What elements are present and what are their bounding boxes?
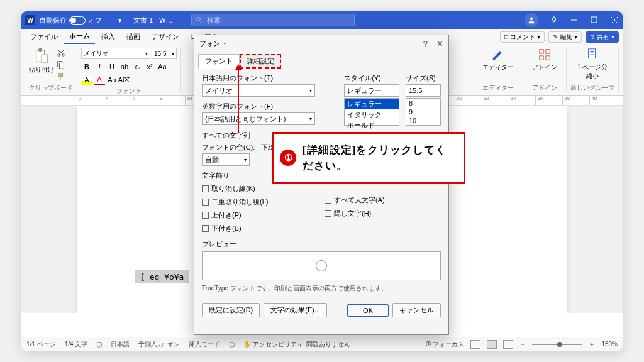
account-icon[interactable] <box>525 13 538 27</box>
preview-section: プレビュー TrueType フォントです。印刷と画面表示の両方で使用されます。 <box>202 239 441 293</box>
autosave-toggle[interactable] <box>69 16 86 25</box>
search-placeholder: 検索 <box>207 16 221 25</box>
status-focus[interactable]: ⦿ フォーカス <box>425 340 465 349</box>
font-color-select[interactable]: 自動▾ <box>202 153 250 166</box>
copy-icon[interactable] <box>57 60 65 70</box>
maximize-button[interactable] <box>590 16 599 25</box>
paste-button[interactable]: 貼り付け <box>29 48 54 82</box>
menu-home[interactable]: ホーム <box>64 30 95 44</box>
list-item[interactable]: 8 <box>406 99 440 107</box>
autosave-state: オフ <box>88 16 102 25</box>
set-default-button[interactable]: 既定に設定(D) <box>202 303 260 317</box>
list-item[interactable]: 10 <box>406 116 440 125</box>
sub-button[interactable]: x₂ <box>131 61 143 72</box>
bold-button[interactable]: B <box>81 61 92 72</box>
font-size-select[interactable]: 15.5▾ <box>152 48 177 59</box>
cut-icon[interactable] <box>57 48 65 58</box>
zoom-in[interactable]: ＋ <box>589 340 595 349</box>
dstrike-check[interactable]: 二重取り消し線(L) <box>202 197 318 207</box>
addin-button[interactable]: アドイン <box>527 48 562 72</box>
en-font-select[interactable]: (日本語用と同じフォント)▾ <box>202 112 315 125</box>
char-shading-button[interactable]: Aa <box>106 74 118 85</box>
qat-more[interactable]: ▾ <box>118 16 122 25</box>
style-list[interactable]: レギュラー イタリック ボールド <box>344 98 399 126</box>
font-color-button[interactable]: A <box>94 74 105 85</box>
help-icon[interactable] <box>550 15 558 25</box>
jp-font-select[interactable]: メイリオ▾ <box>202 84 315 97</box>
menu-design[interactable]: デザイン <box>147 30 184 43</box>
zoom-value[interactable]: 150% <box>601 341 618 348</box>
clipboard-group: 貼り付け クリップボード <box>25 48 77 92</box>
list-item[interactable]: レギュラー <box>345 99 399 109</box>
ok-button[interactable]: OK <box>347 304 389 317</box>
view-web-icon[interactable] <box>503 340 513 349</box>
highlight-button[interactable]: A <box>81 74 92 85</box>
status-lang[interactable]: 日本語 <box>111 340 130 349</box>
text-effect-button[interactable]: 文字の効果(E)... <box>264 303 327 317</box>
underline-button[interactable]: U <box>106 61 118 72</box>
style-input[interactable]: レギュラー <box>344 84 399 97</box>
share-button[interactable]: ⇪ 共有 ▾ <box>586 31 619 43</box>
hidden-check[interactable]: 隠し文字(H) <box>325 209 441 218</box>
allcaps-check[interactable]: すべて大文字(A) <box>325 195 441 205</box>
svg-rect-13 <box>540 56 543 60</box>
super-check[interactable]: 上付き(P) <box>202 211 318 220</box>
svg-rect-4 <box>38 48 42 52</box>
list-item[interactable]: イタリック <box>345 109 399 120</box>
callout-number: ① <box>280 150 296 166</box>
format-painter-icon[interactable] <box>57 72 65 82</box>
font-label: フォント <box>81 85 177 96</box>
search-box[interactable]: 検索 <box>191 14 355 26</box>
tab-font[interactable]: フォント <box>198 54 240 69</box>
menu-file[interactable]: ファイル <box>25 30 63 43</box>
svg-rect-15 <box>589 49 596 58</box>
minimize-button[interactable] <box>570 16 579 25</box>
autosave[interactable]: 自動保存 オフ <box>39 16 102 25</box>
view-read-icon[interactable] <box>470 340 480 349</box>
doc-title: 文書 1 - W… <box>133 16 172 25</box>
zoom-out[interactable]: － <box>519 340 526 349</box>
size-input[interactable]: 15.5 <box>406 84 441 97</box>
tab-advanced[interactable]: 詳細設定 <box>240 54 281 69</box>
size-label: サイズ(S): <box>406 74 441 83</box>
svg-rect-14 <box>546 56 550 60</box>
status-insmode[interactable]: 挿入モード <box>189 340 220 349</box>
edit-button[interactable]: ✎ 編集 ▾ <box>548 31 582 43</box>
status-words[interactable]: 1/4 文字 <box>65 340 88 349</box>
dialog-title: フォント <box>199 39 227 48</box>
sup-button[interactable]: x² <box>144 61 155 72</box>
dialog-close-button[interactable]: ✕ <box>436 39 443 48</box>
pagezoom-button[interactable]: 1 ページ分 縮小 <box>570 48 614 80</box>
comments-button[interactable]: □ コメント ▾ <box>500 31 545 43</box>
font-name-select[interactable]: メイリオ▾ <box>81 48 150 59</box>
cancel-button[interactable]: キャンセル <box>392 303 441 317</box>
dialog-footer: 既定に設定(D) 文字の効果(E)... OK キャンセル <box>194 298 448 322</box>
editor-button[interactable]: エディター <box>477 48 519 72</box>
dialog-help-button[interactable]: ? <box>423 39 428 48</box>
svg-rect-12 <box>546 50 550 53</box>
italic-button[interactable]: I <box>94 61 105 72</box>
titlebar: W 自動保存 オフ ▾ 文書 1 - W… 検索 <box>21 11 623 29</box>
strike-check[interactable]: 取り消し線(K) <box>202 184 318 194</box>
dialog-tabs: フォント 詳細設定 <box>194 52 448 69</box>
status-display-icon[interactable]: ▢ <box>229 341 235 348</box>
status-page[interactable]: 1/1 ページ <box>26 340 56 349</box>
sub-check[interactable]: 下付き(B) <box>202 224 318 233</box>
status-predict[interactable]: 予測入力: オン <box>138 340 180 349</box>
list-item[interactable]: 9 <box>406 107 440 116</box>
close-button[interactable] <box>610 16 619 25</box>
zoom-slider[interactable] <box>532 344 582 345</box>
menu-draw[interactable]: 描画 <box>121 30 145 43</box>
status-a11y[interactable]: ✋ アクセシビリティ: 問題ありません <box>243 340 350 349</box>
case-button[interactable]: Aa <box>157 61 168 72</box>
view-print-icon[interactable] <box>487 340 497 349</box>
en-font-label: 英数字用のフォント(F): <box>202 102 338 111</box>
status-recording-icon[interactable]: ▢ <box>96 341 102 348</box>
size-list[interactable]: 8 9 10 <box>406 98 441 126</box>
field-code[interactable]: { eq ¥o¥a <box>135 270 189 283</box>
list-item[interactable]: ボールド <box>345 120 399 131</box>
strike-button[interactable]: ab <box>119 61 130 72</box>
instruction-callout: ① [詳細設定]をクリックしてください。 <box>272 132 465 184</box>
menu-insert[interactable]: 挿入 <box>96 30 120 43</box>
clear-format-button[interactable]: A⌧ <box>119 74 130 85</box>
